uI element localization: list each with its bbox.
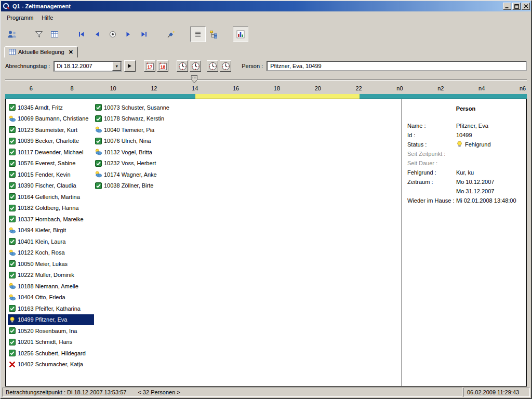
detail-value: Mo 10.12.2007 [456, 178, 524, 185]
calendar-day-18-button[interactable]: 18 [157, 60, 168, 72]
clock-icon [208, 62, 217, 71]
person-row[interactable]: 10499 Pfitzner, Eva [8, 314, 94, 326]
calendar-day-17-button[interactable]: 17 [144, 60, 155, 72]
person-label: 10222 Müller, Dominik [18, 272, 74, 278]
planned-absence-icon [9, 249, 16, 256]
maximize-button[interactable] [512, 3, 521, 10]
previous-record-button[interactable] [89, 26, 105, 42]
person-row[interactable]: 10040 Tiemeier, Pia [94, 124, 180, 136]
person-row[interactable]: 10174 Wagner, Anke [94, 169, 180, 180]
person-row[interactable]: 10337 Hornbach, Mareike [8, 214, 94, 225]
clock-button-1[interactable] [177, 60, 188, 72]
chart-view-button[interactable] [233, 26, 248, 42]
filter-button[interactable] [31, 26, 47, 42]
first-record-button[interactable] [74, 26, 89, 42]
person-label: 10404 Otto, Frieda [18, 294, 65, 300]
present-icon [9, 205, 16, 211]
person-label: 10576 Everest, Sabine [18, 160, 75, 166]
person-row[interactable]: 10188 Niemann, Amelie [8, 281, 94, 292]
tab-close-icon[interactable]: ✕ [69, 49, 73, 56]
person-row[interactable]: 10404 Otto, Frieda [8, 292, 94, 303]
person-row[interactable]: 10232 Voss, Herbert [94, 158, 180, 169]
person-label: 10069 Baumann, Christiane [18, 115, 88, 122]
minimize-button[interactable] [503, 3, 511, 10]
present-icon [9, 138, 16, 144]
clock-button-4[interactable] [220, 60, 231, 72]
next-day-button[interactable] [124, 60, 136, 72]
person-label: Person : [242, 63, 263, 69]
last-record-button[interactable] [136, 26, 152, 42]
timeline-bar [5, 94, 527, 99]
detail-label: Seit Dauer : [407, 160, 455, 166]
person-row[interactable]: 10345 Arndt, Fritz [8, 102, 94, 113]
person-label: 10232 Voss, Herbert [104, 160, 156, 166]
detail-label: Wieder im Hause : [407, 197, 455, 204]
menu-programm[interactable]: Programm [3, 13, 37, 22]
person-label: 10402 Schumacher, Katja [18, 361, 83, 367]
person-row[interactable]: 10520 Rosenbaum, Ina [8, 325, 94, 337]
person-row[interactable]: 10038 Zöllner, Birte [94, 180, 180, 192]
scale-tick: 18 [274, 85, 280, 91]
clock-buttons [177, 60, 231, 72]
grid-view-button[interactable] [47, 26, 62, 42]
clock-button-3[interactable] [207, 60, 218, 72]
person-row[interactable]: 10164 Gellerich, Martina [8, 191, 94, 203]
current-record-button[interactable] [105, 26, 121, 42]
present-icon [9, 104, 16, 111]
present-icon [9, 126, 16, 133]
present-icon [9, 149, 16, 155]
persons-button[interactable] [4, 26, 20, 42]
person-row[interactable]: 10039 Becker, Charlotte [8, 136, 94, 147]
person-row[interactable]: 10073 Schuster, Susanne [94, 102, 180, 113]
person-row[interactable]: 10178 Schwarz, Kerstin [94, 113, 180, 125]
list-view-button[interactable] [190, 26, 206, 42]
person-row[interactable]: 10076 Ulrich, Nina [94, 136, 180, 147]
abrechnungstag-combobox[interactable]: Di 18.12.2007 ▼ [54, 61, 122, 72]
person-label: 10337 Hornbach, Mareike [18, 216, 84, 222]
fehlgrund-icon [9, 316, 16, 323]
slider-track[interactable] [5, 79, 527, 81]
person-row[interactable]: 10401 Klein, Laura [8, 236, 94, 247]
person-label: 10038 Zöllner, Birte [104, 182, 153, 189]
person-row[interactable]: 10222 Müller, Dominik [8, 270, 94, 281]
person-row[interactable]: 10132 Vogel, Britta [94, 147, 180, 158]
person-label: 10178 Schwarz, Kerstin [104, 115, 164, 122]
person-row[interactable]: 10494 Kiefer, Birgit [8, 225, 94, 236]
tree-view-button[interactable] [206, 26, 221, 42]
person-row[interactable]: 10576 Everest, Sabine [8, 158, 94, 169]
next-record-button[interactable] [121, 26, 136, 42]
close-button[interactable] [522, 3, 530, 10]
detail-label: Zeitraum : [407, 179, 455, 185]
person-row[interactable]: 10122 Koch, Rosa [8, 247, 94, 259]
person-row[interactable]: 10050 Meier, Lukas [8, 258, 94, 270]
timeline-scale: 6810121416182022n0n2n4n6 [5, 84, 527, 94]
detail-label: Id : [407, 132, 455, 138]
scale-tick: 12 [151, 85, 157, 91]
tab-aktuelle-belegung[interactable]: Aktuelle Belegung ✕ [4, 46, 78, 58]
person-row[interactable]: 10163 Pfeiffer, Katharina [8, 303, 94, 314]
scale-tick: 6 [30, 85, 33, 91]
person-label: 10076 Ulrich, Nina [104, 138, 151, 144]
person-row[interactable]: 10015 Fender, Kevin [8, 169, 94, 180]
present-icon [9, 171, 16, 178]
person-label: 10494 Kiefer, Birgit [18, 227, 66, 233]
person-row[interactable]: 10182 Goldberg, Hanna [8, 203, 94, 214]
person-row[interactable]: 10256 Schubert, Hildegard [8, 348, 94, 359]
person-row[interactable]: 10123 Baumeister, Kurt [8, 124, 94, 136]
clock-button-2[interactable] [190, 60, 201, 72]
plug-icon [166, 30, 176, 39]
detail-value: Mo 31.12.2007 [456, 188, 524, 194]
person-row[interactable]: 10069 Baumann, Christiane [8, 113, 94, 125]
chevron-down-icon[interactable]: ▼ [112, 62, 121, 71]
person-label: 10015 Fender, Kevin [18, 171, 71, 178]
next-icon [124, 30, 132, 38]
person-input[interactable] [267, 61, 527, 71]
menu-hilfe[interactable]: Hilfe [37, 13, 57, 22]
person-row[interactable]: 10402 Schumacher, Katja [8, 359, 94, 370]
person-label: 10123 Baumeister, Kurt [18, 127, 77, 133]
person-row[interactable]: 10117 Dewender, Michael [8, 147, 94, 158]
connector-button[interactable] [163, 26, 179, 42]
person-row[interactable]: 10201 Schmidt, Hans [8, 337, 94, 348]
slider-thumb[interactable] [191, 75, 198, 83]
person-row[interactable]: 10390 Fischer, Claudia [8, 180, 94, 192]
